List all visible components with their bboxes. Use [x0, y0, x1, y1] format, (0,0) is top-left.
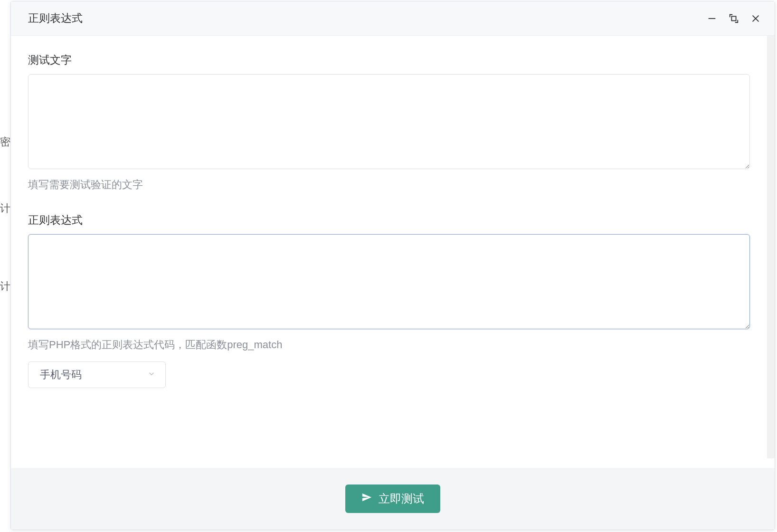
paper-plane-icon — [361, 492, 372, 505]
scrollbar-track[interactable] — [767, 36, 775, 458]
field-regex: 正则表达式 填写PHP格式的正则表达式代码，匹配函数preg_match 手机号… — [28, 213, 758, 388]
regex-help: 填写PHP格式的正则表达式代码，匹配函数preg_match — [28, 338, 758, 352]
regex-label: 正则表达式 — [28, 213, 758, 228]
test-text-help: 填写需要测试验证的文字 — [28, 178, 758, 192]
test-text-label: 测试文字 — [28, 53, 758, 67]
dialog-footer: 立即测试 — [11, 468, 775, 530]
run-test-button-label: 立即测试 — [379, 491, 424, 506]
preset-select-value: 手机号码 — [40, 368, 82, 382]
maximize-icon[interactable] — [728, 13, 739, 24]
minimize-icon[interactable] — [706, 13, 718, 24]
svg-rect-1 — [731, 16, 736, 20]
dialog-header: 正则表达式 — [11, 1, 775, 36]
dialog-body: 测试文字 填写需要测试验证的文字 正则表达式 填写PHP格式的正则表达式代码，匹… — [11, 36, 775, 468]
field-test-text: 测试文字 填写需要测试验证的文字 — [28, 53, 758, 192]
regex-input[interactable] — [28, 234, 750, 329]
chevron-down-icon — [147, 369, 156, 381]
dialog-header-controls — [706, 13, 761, 24]
test-text-input[interactable] — [28, 74, 750, 169]
dialog-title: 正则表达式 — [28, 11, 706, 26]
preset-select[interactable]: 手机号码 — [28, 361, 166, 388]
close-icon[interactable] — [750, 13, 761, 24]
regex-dialog: 正则表达式 测试文字 填写需要测试验证的文字 正则 — [10, 1, 775, 530]
run-test-button[interactable]: 立即测试 — [345, 484, 440, 513]
